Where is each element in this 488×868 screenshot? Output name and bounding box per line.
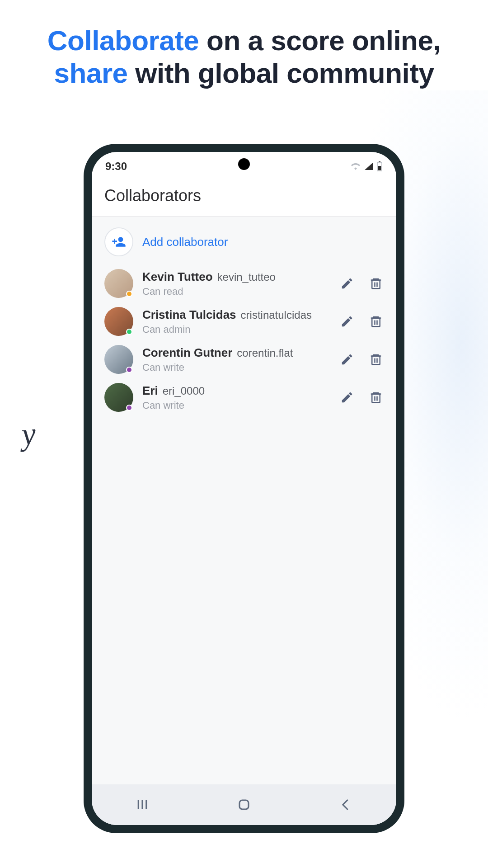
home-button[interactable] <box>235 796 253 814</box>
edit-button[interactable] <box>339 390 355 405</box>
heading-word-1: Collaborate <box>47 25 199 56</box>
svg-rect-9 <box>372 356 380 365</box>
collaborator-list: Kevin Tutteokevin_tutteoCan readCristina… <box>92 264 396 416</box>
collaborator-info: Kevin Tutteokevin_tutteoCan read <box>142 270 330 297</box>
status-icons <box>350 161 383 171</box>
svg-rect-12 <box>372 394 380 403</box>
collaborator-info: Cristina TulcidascristinatulcidasCan adm… <box>142 308 330 335</box>
collaborator-username: eri_0000 <box>163 385 205 397</box>
row-actions <box>339 276 384 291</box>
add-collaborator-button[interactable]: Add collaborator <box>92 225 396 264</box>
collaborator-permission: Can write <box>142 400 330 411</box>
svg-rect-3 <box>372 280 380 289</box>
heading-word-2: on a score online, <box>199 25 441 56</box>
svg-rect-2 <box>378 166 381 170</box>
edit-button[interactable] <box>339 276 355 291</box>
collaborator-username: corentin.flat <box>237 347 293 359</box>
presence-dot <box>126 405 132 411</box>
heading-word-3: share <box>54 57 128 89</box>
collaborator-username: kevin_tutteo <box>217 271 276 283</box>
collaborator-name: Cristina Tulcidas <box>142 308 236 322</box>
status-time: 9:30 <box>105 160 127 173</box>
delete-button[interactable] <box>368 390 384 405</box>
presence-dot <box>126 291 132 297</box>
battery-icon <box>376 161 383 171</box>
wifi-icon <box>350 162 361 171</box>
back-button[interactable] <box>337 796 355 814</box>
delete-button[interactable] <box>368 276 384 291</box>
edit-button[interactable] <box>339 352 355 367</box>
row-actions <box>339 390 384 405</box>
cellular-icon <box>364 162 374 171</box>
marketing-heading: Collaborate on a score online, share wit… <box>0 0 488 90</box>
edit-button[interactable] <box>339 314 355 329</box>
row-actions <box>339 314 384 329</box>
collaborator-permission: Can admin <box>142 324 330 335</box>
phone-frame: 9:30 Collaborators Add collaborator Kevi… <box>84 144 404 833</box>
heading-word-4: with global community <box>128 57 434 89</box>
collaborator-username: cristinatulcidas <box>241 309 312 321</box>
collaborator-info: Corentin Gutnercorentin.flatCan write <box>142 346 330 373</box>
decorative-scribble: y <box>20 415 38 453</box>
collaborator-permission: Can write <box>142 362 330 373</box>
presence-dot <box>126 329 132 335</box>
svg-rect-6 <box>372 318 380 327</box>
collaborator-permission: Can read <box>142 286 330 297</box>
presence-dot <box>126 367 132 373</box>
camera-cutout <box>238 158 250 170</box>
avatar <box>104 269 133 298</box>
page-title: Collaborators <box>104 186 384 205</box>
add-person-icon <box>104 227 133 256</box>
phone-screen: 9:30 Collaborators Add collaborator Kevi… <box>92 152 396 825</box>
collaborator-info: Erieri_0000Can write <box>142 384 330 411</box>
collaborator-row: Kevin Tutteokevin_tutteoCan read <box>92 264 396 302</box>
content-area: Add collaborator Kevin Tutteokevin_tutte… <box>92 217 396 784</box>
collaborator-name: Kevin Tutteo <box>142 270 213 284</box>
avatar <box>104 383 133 412</box>
svg-rect-18 <box>239 800 249 809</box>
collaborator-name: Corentin Gutner <box>142 346 232 360</box>
avatar <box>104 307 133 336</box>
delete-button[interactable] <box>368 314 384 329</box>
recent-apps-button[interactable] <box>133 796 151 814</box>
add-collaborator-label: Add collaborator <box>142 235 228 249</box>
collaborator-name: Eri <box>142 384 158 398</box>
system-nav-bar <box>92 784 396 825</box>
delete-button[interactable] <box>368 352 384 367</box>
page-title-bar: Collaborators <box>92 181 396 217</box>
row-actions <box>339 352 384 367</box>
avatar <box>104 345 133 374</box>
collaborator-row: Corentin Gutnercorentin.flatCan write <box>92 340 396 378</box>
collaborator-row: Erieri_0000Can write <box>92 378 396 416</box>
collaborator-row: Cristina TulcidascristinatulcidasCan adm… <box>92 302 396 340</box>
